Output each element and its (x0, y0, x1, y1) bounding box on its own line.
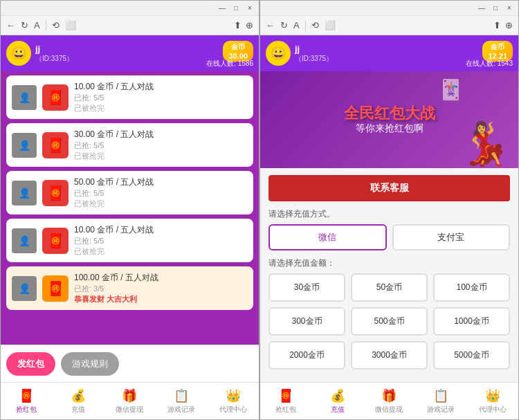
wechat-pay-btn[interactable]: 微信 (268, 224, 387, 250)
env-status-1: 已被抢完 (74, 151, 248, 161)
game-rules-button[interactable]: 游戏规则 (61, 352, 119, 376)
right-nav-recharge[interactable]: 💰 充值 (312, 383, 364, 419)
env-progress-0: 已抢: 5/5 (74, 93, 248, 103)
env-title-4: 100.00 金币 / 五人对战 (74, 272, 248, 284)
right-grab-icon: 🧧 (278, 388, 293, 403)
right-avatar: 😀 (266, 41, 291, 66)
right-window: — □ × ← ↻ A ⟲ ⬜ ⬆ ⊕ 😀 jj （ID:3375） 金币 12… (260, 0, 519, 420)
env-icon-2: 🧧 (42, 180, 69, 206)
right-online-count: 在线人数: 1543 (466, 59, 513, 69)
list-item[interactable]: 👤 🧧 10.00 金币 / 五人对战 已抢: 5/5 已被抢完 (6, 75, 253, 119)
env-title-3: 10.00 金币 / 五人对战 (74, 224, 248, 236)
right-bottom-nav: 🧧 抢红包 💰 充值 🎁 微信提现 📋 游戏记录 👑 代理中心 (260, 382, 518, 419)
env-avatar-4: 👤 (12, 276, 37, 301)
alipay-btn[interactable]: 支付宝 (392, 224, 511, 250)
left-browser-bar: ← ↻ A ⟲ ⬜ ⬆ ⊕ (1, 16, 259, 35)
left-nav-withdraw[interactable]: 🎁 微信提现 (104, 383, 156, 419)
left-avatar: 😀 (6, 41, 31, 66)
env-title-1: 30.00 金币 / 五人对战 (74, 129, 248, 140)
left-minimize-btn[interactable]: — (217, 3, 227, 13)
left-bottom-action-bar: 发红包 游戏规则 (1, 345, 259, 382)
amount-btn-5[interactable]: 1000金币 (433, 307, 510, 336)
right-share1-btn[interactable]: ⟲ (310, 20, 320, 30)
right-nav-withdraw[interactable]: 🎁 微信提现 (363, 383, 415, 419)
env-icon-3: 🧧 (42, 228, 69, 254)
right-browser-bar: ← ↻ A ⟲ ⬜ ⬆ ⊕ (260, 16, 518, 35)
list-item[interactable]: 👤 🧧 10.00 金币 / 五人对战 已抢: 5/5 已被抢完 (6, 219, 253, 262)
left-nav-grab[interactable]: 🧧 抢红包 (1, 383, 53, 419)
promo-line1: 全民红包大战 (344, 104, 435, 122)
right-nav-agent[interactable]: 👑 代理中心 (466, 383, 518, 419)
promo-cards-icon: 🃏 (439, 78, 463, 101)
right-user-id: （ID:3375） (295, 54, 333, 64)
payment-methods: 微信 支付宝 (268, 224, 510, 250)
env-status-2: 已被抢完 (74, 199, 248, 209)
right-share2-btn[interactable]: ⬜ (323, 20, 337, 30)
left-shareright1-btn[interactable]: ⬆ (234, 20, 242, 30)
left-nav-withdraw-label: 微信提现 (116, 405, 143, 414)
left-action-area: 发红包 游戏规则 (1, 352, 259, 376)
amount-btn-0[interactable]: 30金币 (268, 273, 345, 302)
left-address-btn[interactable]: A (33, 20, 42, 30)
amount-btn-2[interactable]: 100金币 (433, 273, 510, 302)
right-shareright1-btn[interactable]: ⬆ (493, 20, 501, 30)
recharge-panel: 联系客服 请选择充值方式。 微信 支付宝 请选择充值金额： 30金币 50金币 … (260, 168, 518, 382)
left-share1-btn[interactable]: ⟲ (51, 20, 61, 30)
right-close-btn[interactable]: × (504, 3, 514, 13)
right-nav-records-label: 游戏记录 (427, 405, 455, 414)
right-nav-agent-label: 代理中心 (479, 405, 507, 414)
promo-figure: 💃 (459, 119, 511, 168)
amount-btn-3[interactable]: 300金币 (268, 307, 345, 336)
left-bottom-nav: 🧧 抢红包 💰 充值 🎁 微信提现 📋 游戏记录 👑 代理中心 (1, 382, 259, 419)
amount-btn-8[interactable]: 5000金币 (433, 341, 510, 369)
list-item[interactable]: 👤 🧧 50.00 金币 / 五人对战 已抢: 5/5 已被抢完 (6, 171, 253, 214)
left-user-id: （ID:3375） (35, 54, 73, 64)
right-back-btn[interactable]: ← (264, 20, 276, 30)
amount-btn-7[interactable]: 3000金币 (351, 341, 428, 369)
right-username: jj (295, 44, 333, 54)
right-nav-grab[interactable]: 🧧 抢红包 (260, 383, 312, 419)
right-minimize-btn[interactable]: — (477, 3, 486, 13)
amount-btn-4[interactable]: 500金币 (351, 307, 428, 336)
left-app-header: 😀 jj （ID:3375） 金币 30.00 在线人数: 1586 (1, 35, 259, 71)
right-nav-records[interactable]: 📋 游戏记录 (415, 383, 467, 419)
left-nav-records[interactable]: 📋 游戏记录 (156, 383, 208, 419)
left-close-btn[interactable]: × (245, 3, 255, 13)
amount-grid: 30金币 50金币 100金币 300金币 500金币 1000金币 2000金… (268, 273, 510, 369)
right-nav-recharge-label: 充值 (331, 405, 345, 414)
right-refresh-btn[interactable]: ↻ (279, 20, 289, 30)
env-progress-2: 已抢: 5/5 (74, 188, 248, 199)
right-address-btn[interactable]: A (292, 20, 301, 30)
select-amount-label: 请选择充值金额： (268, 257, 510, 269)
right-app-header: 😀 jj （ID:3375） 金币 12.21 在线人数: 1543 (260, 35, 518, 71)
right-user-info: jj （ID:3375） (295, 44, 333, 64)
right-shareright2-btn[interactable]: ⊕ (504, 20, 514, 30)
left-maximize-btn[interactable]: □ (231, 3, 241, 13)
right-app-content: 全民红包大战 等你来抢红包啊 💃 🃏 联系客服 请选择充值方式。 微信 支付宝 … (260, 71, 518, 382)
grab-icon: 🧧 (19, 388, 34, 403)
left-share2-btn[interactable]: ⬜ (64, 20, 78, 30)
left-refresh-btn[interactable]: ↻ (19, 20, 30, 30)
left-nav-agent[interactable]: 👑 代理中心 (207, 383, 259, 419)
left-title-bar: — □ × (1, 1, 259, 16)
agent-icon: 👑 (226, 388, 241, 403)
right-records-icon: 📋 (433, 388, 448, 403)
withdraw-icon: 🎁 (122, 388, 137, 403)
right-maximize-btn[interactable]: □ (491, 3, 500, 13)
left-nav-grab-label: 抢红包 (16, 405, 37, 414)
amount-btn-6[interactable]: 2000金币 (268, 341, 345, 369)
list-item[interactable]: 👤 🧧 30.00 金币 / 五人对战 已抢: 5/5 已被抢完 (6, 123, 253, 167)
right-coin-label: 金币 (488, 42, 507, 52)
env-status-0: 已被抢完 (74, 103, 248, 113)
env-body-2: 50.00 金币 / 五人对战 已抢: 5/5 已被抢完 (74, 176, 248, 209)
left-shareright2-btn[interactable]: ⊕ (244, 20, 255, 30)
list-item[interactable]: 👤 🧧 100.00 金币 / 五人对战 已抢: 3/5 恭喜发财 大吉大利 (6, 266, 253, 310)
left-back-btn[interactable]: ← (5, 20, 17, 30)
amount-btn-1[interactable]: 50金币 (351, 273, 428, 302)
left-nav-recharge[interactable]: 💰 充值 (53, 383, 104, 419)
contact-service-button[interactable]: 联系客服 (268, 175, 510, 201)
env-progress-4: 已抢: 3/5 (74, 284, 248, 294)
env-title-2: 50.00 金币 / 五人对战 (74, 176, 248, 188)
send-envelope-button[interactable]: 发红包 (6, 352, 55, 376)
right-bar-divider (305, 20, 306, 31)
